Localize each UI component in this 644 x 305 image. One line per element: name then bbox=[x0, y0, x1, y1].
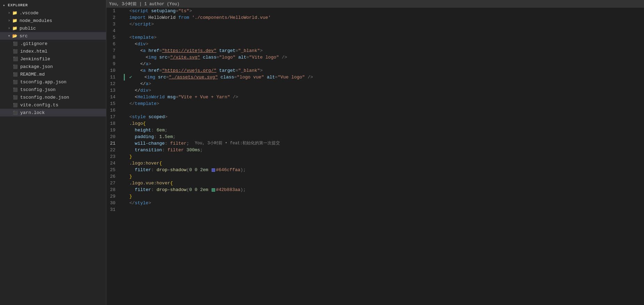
folder-icon: 📁 bbox=[12, 10, 17, 16]
sidebar-item-yarn-lock[interactable]: ⬛ yarn.lock bbox=[0, 109, 106, 116]
editor-body: 1 2 3 4 5 6 7 8 9 10 11 12 13 14 15 16 1… bbox=[106, 8, 644, 305]
code-line-29: } bbox=[129, 193, 644, 200]
folder-public-icon: 📁 bbox=[12, 25, 17, 31]
color-swatch-646 bbox=[212, 168, 215, 172]
code-line-15: </template> bbox=[129, 100, 644, 107]
sidebar-item-src[interactable]: ▾ 📂 src bbox=[0, 32, 106, 40]
sidebar-item-jenkinsfile[interactable]: ⬛ Jenkinsfile bbox=[0, 55, 106, 63]
sidebar-item-tsconfig-node[interactable]: ⬛ tsconfig.node.json bbox=[0, 93, 106, 101]
code-line-21: will-change: filter; You, 3小时前 • feat:初始… bbox=[129, 140, 644, 147]
code-line-18: .logo { bbox=[129, 120, 644, 127]
code-line-10: <a href="https://vuejs.org/" target="_bl… bbox=[129, 67, 644, 74]
ln-20: 20 bbox=[106, 134, 120, 140]
code-line-4 bbox=[129, 28, 644, 34]
ln-16: 16 bbox=[106, 107, 120, 114]
sidebar-item-gitignore[interactable]: ⬛ .gitignore bbox=[0, 40, 106, 47]
ln-29: 29 bbox=[106, 193, 120, 200]
md-file-icon: ⬛ bbox=[13, 71, 18, 77]
blame-topbar-text: You, 3小时前 | 1 author (You) bbox=[109, 1, 180, 7]
code-line-16 bbox=[129, 107, 644, 114]
code-line-14: <HelloWorld msg="Vite + Vue + Yarn" /> bbox=[129, 94, 644, 100]
code-line-27: .logo.vue:hover { bbox=[129, 180, 644, 186]
code-line-22: transition: filter 300ms; bbox=[129, 147, 644, 153]
chevron-right-icon: › bbox=[7, 26, 11, 30]
sidebar-item-label: yarn.lock bbox=[20, 110, 45, 115]
sidebar-item-label: index.html bbox=[20, 49, 47, 54]
git-checkmark: ✔ bbox=[129, 74, 132, 81]
git-gutter bbox=[124, 8, 127, 305]
json-file-icon: ⬛ bbox=[13, 64, 18, 69]
ts-file-icon: ⬛ bbox=[13, 79, 18, 85]
sidebar-item-label: tsconfig.app.json bbox=[20, 79, 67, 85]
blame-topbar: You, 3小时前 | 1 author (You) bbox=[106, 0, 644, 8]
ln-10: 10 bbox=[106, 67, 120, 74]
code-line-23: } bbox=[129, 153, 644, 160]
lock-file-icon: ⬛ bbox=[13, 110, 18, 115]
code-line-20: padding: 1.5em; bbox=[129, 134, 644, 140]
code-line-1: <script setup lang="ts"> bbox=[129, 8, 644, 14]
ln-2: 2 bbox=[106, 14, 120, 21]
git-change-indicator bbox=[124, 74, 125, 81]
vue-file-icon: ⬛ bbox=[13, 102, 18, 108]
code-line-12: </a> bbox=[129, 81, 644, 87]
sidebar-item-label: README.md bbox=[20, 72, 45, 77]
sidebar-item-index-html[interactable]: ⬛ index.html bbox=[0, 47, 106, 55]
code-line-5: <template> bbox=[129, 34, 644, 41]
json-file-icon2: ⬛ bbox=[13, 87, 18, 92]
sidebar-item-tsconfig-json[interactable]: ⬛ tsconfig.json bbox=[0, 86, 106, 93]
sidebar-item-node-modules[interactable]: › 📁 node_modules bbox=[0, 17, 106, 24]
file-explorer: ▾ EXPLORER › 📁 .vscode › 📁 node_modules … bbox=[0, 0, 106, 305]
blame-annotation: You, 3小时前 • feat:初始化的第一次提交 bbox=[195, 140, 280, 147]
code-line-11: ✔ <img src="./assets/vue.svg" class="log… bbox=[129, 74, 644, 81]
ln-24: 24 bbox=[106, 160, 120, 167]
line-numbers: 1 2 3 4 5 6 7 8 9 10 11 12 13 14 15 16 1… bbox=[106, 8, 124, 305]
ln-6: 6 bbox=[106, 41, 120, 47]
chevron-down-icon: ▾ bbox=[7, 34, 11, 38]
code-line-2: import HelloWorld from './components/Hel… bbox=[129, 14, 644, 21]
ln-5: 5 bbox=[106, 34, 120, 41]
sidebar-item-label: package.json bbox=[20, 64, 53, 69]
chevron-right-icon: › bbox=[7, 18, 11, 23]
git-file-icon: ⬛ bbox=[13, 41, 18, 46]
ln-17: 17 bbox=[106, 114, 120, 120]
explorer-header[interactable]: ▾ EXPLORER bbox=[0, 1, 106, 9]
ln-12: 12 bbox=[106, 81, 120, 87]
code-line-13: </div> bbox=[129, 87, 644, 94]
ln-26: 26 bbox=[106, 173, 120, 180]
ln-8: 8 bbox=[106, 54, 120, 61]
ln-22: 22 bbox=[106, 147, 120, 153]
ln-14: 14 bbox=[106, 94, 120, 100]
code-line-28: filter: drop-shadow(0 0 2em #42b883aa); bbox=[129, 186, 644, 193]
sidebar-item-label: .vscode bbox=[20, 10, 39, 16]
code-line-30: </style> bbox=[129, 200, 644, 206]
ln-3: 3 bbox=[106, 21, 120, 28]
sidebar-item-public[interactable]: › 📁 public bbox=[0, 24, 106, 32]
code-line-17: <style scoped> bbox=[129, 114, 644, 120]
code-line-25: filter: drop-shadow(0 0 2em #646cffaa); bbox=[129, 167, 644, 173]
sidebar-item-label: tsconfig.node.json bbox=[20, 95, 69, 100]
ln-25: 25 bbox=[106, 167, 120, 173]
code-line-9: </a> bbox=[129, 61, 644, 67]
ln-27: 27 bbox=[106, 180, 120, 186]
sidebar-item-vite-config[interactable]: ⬛ vite.config.ts bbox=[0, 101, 106, 109]
json-file-icon3: ⬛ bbox=[13, 94, 18, 100]
ln-19: 19 bbox=[106, 127, 120, 134]
sidebar-item-label: vite.config.ts bbox=[20, 102, 58, 108]
sidebar-item-label: node_modules bbox=[20, 18, 52, 23]
sidebar-item-vscode[interactable]: › 📁 .vscode bbox=[0, 9, 106, 17]
sidebar-item-label: public bbox=[20, 26, 36, 31]
sidebar-item-package-json[interactable]: ⬛ package.json bbox=[0, 63, 106, 70]
ln-7: 7 bbox=[106, 47, 120, 54]
folder-node-icon: 📁 bbox=[12, 18, 17, 23]
sidebar-item-tsconfig-app[interactable]: ⬛ tsconfig.app.json bbox=[0, 78, 106, 86]
code-content[interactable]: <script setup lang="ts"> import HelloWor… bbox=[127, 8, 644, 305]
color-swatch-42b bbox=[212, 188, 215, 192]
sidebar-item-readme[interactable]: ⬛ README.md bbox=[0, 70, 106, 78]
folder-src-icon: 📂 bbox=[12, 33, 17, 39]
jenkins-file-icon: ⬛ bbox=[13, 56, 18, 62]
html-file-icon: ⬛ bbox=[13, 48, 18, 54]
code-line-7: <a href="https://vitejs.dev" target="_bl… bbox=[129, 47, 644, 54]
ln-15: 15 bbox=[106, 100, 120, 107]
ln-18: 18 bbox=[106, 120, 120, 127]
code-line-24: .logo:hover { bbox=[129, 160, 644, 167]
